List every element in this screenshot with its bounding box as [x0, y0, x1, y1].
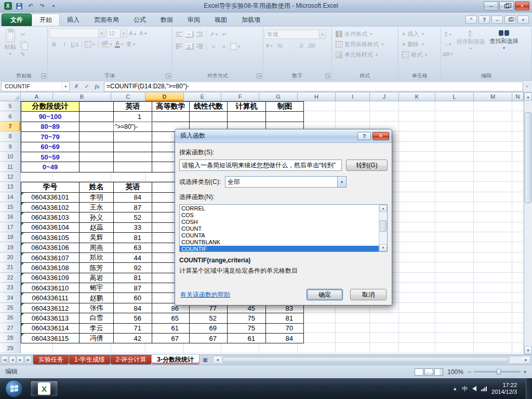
student-id-cell[interactable]: 0604336103	[21, 212, 79, 222]
function-option-COUNTA[interactable]: COUNTA	[180, 232, 379, 239]
student-id-cell[interactable]: 0604336108	[21, 263, 79, 273]
cell-styles-button[interactable]: 单元格样式▼	[334, 49, 381, 60]
score-cell[interactable]: 52	[190, 313, 228, 323]
cell[interactable]	[474, 242, 512, 252]
function-option-CORREL[interactable]: CORREL	[180, 205, 379, 212]
clear-icon[interactable]: ▼	[443, 49, 454, 59]
cell[interactable]	[399, 142, 435, 152]
redo-icon[interactable]: ↷	[37, 2, 47, 10]
fill-icon[interactable]: ↓▼	[443, 39, 454, 49]
student-id-cell[interactable]: 0604336114	[21, 324, 79, 334]
column-header-I[interactable]: I	[336, 92, 370, 101]
cell[interactable]	[512, 202, 524, 212]
cell[interactable]	[21, 172, 53, 182]
help-icon[interactable]: ?	[478, 16, 490, 24]
cell[interactable]	[474, 273, 512, 283]
zoom-level[interactable]: 100%	[447, 368, 463, 376]
wrap-text-icon[interactable]: ↵	[220, 30, 229, 39]
insert-cells-button[interactable]: +插入▼	[400, 29, 427, 39]
cell[interactable]	[435, 142, 474, 152]
cell[interactable]	[512, 182, 524, 192]
cell[interactable]	[474, 222, 512, 232]
horizontal-scroll-thumb[interactable]	[222, 357, 509, 363]
function-help-link[interactable]: 有关该函数的帮助	[180, 290, 230, 299]
cell[interactable]	[79, 112, 114, 122]
row-header-18[interactable]: 18	[0, 232, 21, 242]
cell[interactable]	[474, 111, 512, 121]
cell[interactable]	[512, 292, 524, 302]
ime-indicator-icon[interactable]: 中	[462, 385, 468, 393]
cell[interactable]	[336, 111, 370, 121]
row-header-23[interactable]: 23	[0, 283, 21, 292]
grow-font-icon[interactable]: A▲	[128, 29, 138, 38]
tab-视图[interactable]: 视图	[207, 14, 234, 26]
function-option-COSH[interactable]: COSH	[180, 219, 379, 225]
sheet-tab-2-评分计算[interactable]: 2-评分计算	[110, 355, 152, 365]
scroll-right-icon[interactable]: ►	[522, 356, 530, 363]
cell[interactable]	[474, 333, 512, 343]
cell[interactable]	[474, 292, 512, 302]
save-icon[interactable]	[15, 2, 24, 10]
dialog-title-bar[interactable]: 插入函数 ? ✕	[175, 129, 392, 143]
comma-format-icon[interactable]: ,	[286, 41, 295, 50]
score-cell[interactable]: 60	[114, 293, 152, 303]
cell[interactable]	[79, 102, 114, 112]
student-name-cell[interactable]: 李明	[79, 193, 114, 203]
cell[interactable]	[399, 323, 435, 333]
cell[interactable]	[474, 172, 512, 182]
score-cell[interactable]: 84	[266, 334, 304, 343]
stats-title-cell[interactable]: 分数段统计	[21, 102, 79, 112]
cell[interactable]	[474, 283, 512, 292]
cell[interactable]	[399, 313, 435, 323]
formula-bar-expand-icon[interactable]: ˅	[523, 82, 531, 91]
cell[interactable]	[435, 303, 474, 313]
merge-center-icon[interactable]: ▼	[230, 42, 242, 51]
row-header-22[interactable]: 22	[0, 273, 21, 283]
list-scroll-thumb[interactable]	[380, 220, 387, 232]
cell[interactable]	[474, 252, 512, 262]
score-cell[interactable]: 75	[228, 324, 266, 334]
student-name-cell[interactable]: 周燕	[79, 243, 114, 253]
sheet-tab-3-分数段统计[interactable]: 3-分数段统计	[151, 355, 200, 365]
cell[interactable]	[399, 202, 435, 212]
score-cell[interactable]: 56	[114, 313, 152, 323]
score-cell[interactable]: 87	[114, 203, 152, 212]
stats-column-header[interactable]: 英语	[114, 102, 152, 112]
cell[interactable]	[399, 303, 435, 313]
cell[interactable]	[474, 313, 512, 323]
delete-cells-button[interactable]: ×删除▼	[400, 39, 427, 49]
clipboard-dialog-launcher[interactable]: ↘	[41, 73, 46, 78]
cell[interactable]	[53, 343, 111, 353]
page-layout-view-icon[interactable]	[424, 368, 433, 376]
cut-icon[interactable]: ✂	[18, 30, 28, 39]
cell[interactable]	[435, 162, 474, 171]
cell[interactable]	[399, 262, 435, 272]
sheet-tab-1-学生成绩[interactable]: 1-学生成绩	[69, 355, 111, 365]
student-id-cell[interactable]: 0604336110	[21, 283, 79, 293]
cell[interactable]	[79, 162, 114, 172]
cell[interactable]	[512, 333, 524, 343]
cell[interactable]	[399, 212, 435, 222]
scroll-up-icon[interactable]: ▲	[524, 92, 532, 101]
cell[interactable]	[512, 262, 524, 272]
student-id-cell[interactable]: 0604336105	[21, 233, 79, 243]
cell[interactable]	[512, 122, 524, 131]
score-cell[interactable]: 63	[114, 243, 152, 253]
cell[interactable]	[512, 323, 524, 333]
taskbar-excel-button[interactable]: X	[30, 380, 58, 397]
number-dialog-launcher[interactable]: ↘	[325, 73, 330, 78]
row-header-27[interactable]: 27	[0, 323, 21, 333]
column-header-J[interactable]: J	[370, 92, 399, 101]
column-header-K[interactable]: K	[399, 92, 435, 101]
fill-color-icon[interactable]: ▼	[101, 39, 113, 49]
row-header-15[interactable]: 15	[0, 202, 21, 212]
percent-format-icon[interactable]: %	[275, 41, 285, 50]
name-box[interactable]: COUNTIF ▼	[1, 82, 70, 91]
column-header-H[interactable]: H	[298, 92, 336, 101]
italic-icon[interactable]: I	[60, 39, 69, 49]
column-header-B[interactable]: B	[53, 92, 111, 101]
column-header-A[interactable]: A	[21, 92, 53, 101]
cell[interactable]	[336, 101, 370, 111]
cancel-button[interactable]: 取消	[350, 289, 387, 300]
student-id-cell[interactable]: 0604336109	[21, 273, 79, 283]
